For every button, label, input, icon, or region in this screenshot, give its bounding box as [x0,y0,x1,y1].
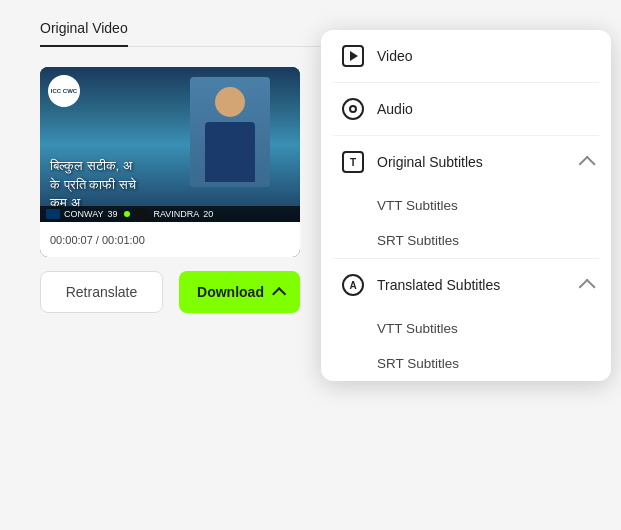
team1-score: 39 [108,209,118,219]
at-icon: A [341,273,365,297]
text-icon: T [341,150,365,174]
score-row-1: CONWAY 39 [46,209,118,219]
dropdown-item-audio[interactable]: Audio [321,83,611,135]
team2-name: RAVINDRA [154,209,200,219]
download-button[interactable]: Download [179,271,300,313]
original-subtitles-label: Original Subtitles [377,154,567,170]
audio-icon-shape [342,98,364,120]
live-indicator [124,211,130,217]
video-icon-shape [342,45,364,67]
scoreboard: CONWAY 39 RAVINDRA 20 [40,206,300,222]
download-label: Download [197,284,264,300]
vtt-translated-item[interactable]: VTT Subtitles [321,311,611,346]
audio-icon-inner [349,105,357,113]
translated-subtitles-label: Translated Subtitles [377,277,567,293]
player-figure [190,77,270,187]
audio-item-label: Audio [377,101,591,117]
dropdown-item-translated-subtitles[interactable]: A Translated Subtitles [321,259,611,311]
score-row-2: RAVINDRA 20 [136,209,214,219]
video-timestamp: 00:00:07 / 00:01:00 [50,234,145,246]
audio-icon [341,97,365,121]
text-icon-shape: T [342,151,364,173]
player-body [205,122,255,182]
srt-original-item[interactable]: SRT Subtitles [321,223,611,258]
vtt-original-item[interactable]: VTT Subtitles [321,188,611,223]
at-icon-shape: A [342,274,364,296]
video-player: ICC CWC बिल्कुल सटीक, अ के प्रति काफी सच… [40,67,300,257]
translated-subtitles-toggle-icon [579,279,596,296]
flag-blue [46,209,60,219]
video-bg: ICC CWC बिल्कुल सटीक, अ के प्रति काफी सच… [40,67,300,222]
dropdown-item-video[interactable]: Video [321,30,611,82]
srt-translated-item[interactable]: SRT Subtitles [321,346,611,381]
retranslate-button[interactable]: Retranslate [40,271,163,313]
video-controls: 00:00:07 / 00:01:00 [40,222,300,257]
player-head [215,87,245,117]
video-item-label: Video [377,48,591,64]
tab-original-video[interactable]: Original Video [40,20,128,46]
video-icon [341,44,365,68]
subtitle-overlay: बिल्कुल सटीक, अ के प्रति काफी सचे कम अ [50,157,136,212]
download-dropdown: Video Audio T Original Subtitles VTT Sub… [321,30,611,381]
team1-name: CONWAY [64,209,104,219]
flag-black [136,209,150,219]
team2-score: 20 [203,209,213,219]
original-subtitles-toggle-icon [579,156,596,173]
dropdown-item-original-subtitles[interactable]: T Original Subtitles [321,136,611,188]
action-buttons: Retranslate Download [40,271,300,313]
wcc-logo: ICC CWC [48,75,80,107]
chevron-up-icon [272,287,286,301]
